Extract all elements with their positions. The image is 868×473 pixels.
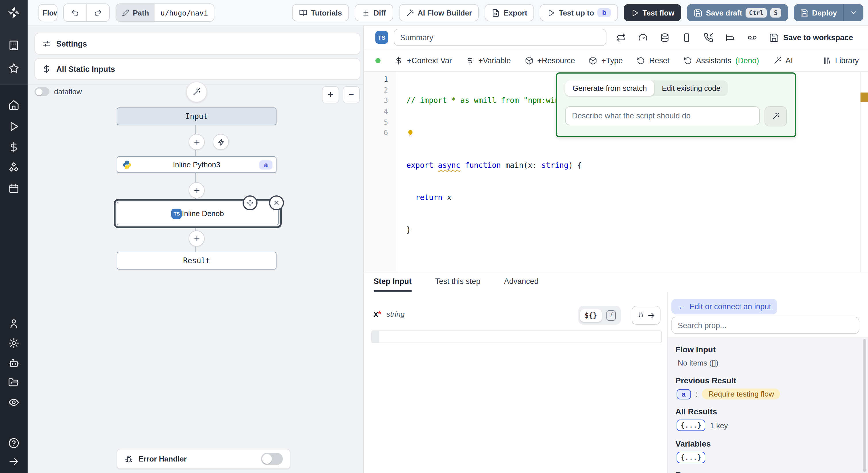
sleep-bed-icon[interactable] [726, 32, 736, 42]
repeat-retries-icon[interactable] [617, 32, 626, 42]
arrow-right-icon [647, 311, 655, 319]
error-handler-toggle[interactable] [261, 453, 283, 465]
move-icon [247, 199, 253, 206]
error-handler-row[interactable]: Error Handler [117, 449, 290, 469]
insert-step-button[interactable] [189, 182, 205, 198]
zoom-in-button[interactable]: + [322, 86, 339, 103]
wand-sparkles-icon [773, 56, 781, 65]
insert-trigger-button[interactable] [213, 134, 229, 150]
function-mode-button[interactable]: f [603, 310, 619, 320]
lightbulb-icon[interactable] [406, 129, 414, 137]
folders-folder-icon[interactable] [8, 377, 20, 388]
help-question-icon[interactable] [8, 437, 20, 449]
diff-button[interactable]: Diff [355, 4, 393, 21]
previous-result-key-badge[interactable]: a [677, 389, 691, 399]
add-resource-button[interactable]: +Resource [525, 56, 575, 65]
ai-prompt-input[interactable] [565, 106, 760, 125]
top-toolbar: Flow Path u/hugo/navi Tutorials Diff AI … [28, 0, 868, 26]
node-result[interactable]: Result [117, 252, 277, 270]
flow-button[interactable]: Flow [38, 4, 58, 21]
tab-generate-from-scratch[interactable]: Generate from scratch [565, 81, 654, 96]
connect-input-button[interactable] [632, 306, 660, 325]
wand-sparkles-icon [771, 112, 780, 121]
variables-row: {...} [677, 452, 705, 463]
deploy-dropdown-button[interactable] [843, 4, 863, 21]
graph-ai-wand-button[interactable] [186, 82, 207, 102]
add-variable-button[interactable]: +Variable [466, 56, 511, 65]
export-button[interactable]: Export [485, 4, 534, 21]
package-icon [589, 56, 597, 65]
dataflow-toggle[interactable] [34, 87, 50, 96]
gauge-concurrency-icon[interactable] [638, 32, 648, 42]
previous-result-row: a : Require testing flow [677, 388, 780, 400]
save-to-workspace-button[interactable]: Save to workspace [769, 32, 853, 42]
insert-step-button[interactable] [189, 230, 205, 247]
database-cache-icon[interactable] [660, 32, 670, 42]
plus-icon [193, 138, 200, 146]
field-value-input[interactable] [371, 330, 662, 343]
editor-header-icons: Save to workspace [617, 32, 853, 42]
tutorials-button[interactable]: Tutorials [292, 4, 349, 21]
insert-step-button[interactable] [189, 134, 205, 150]
kbd-s: S [771, 8, 781, 17]
ai-generate-button[interactable] [765, 106, 787, 126]
summary-input[interactable] [394, 29, 607, 46]
expand-arrow-right-icon[interactable] [8, 456, 20, 467]
redo-button[interactable] [86, 4, 109, 21]
audit-eye-icon[interactable] [8, 397, 20, 408]
test-up-to-button[interactable]: Test up tob [540, 4, 618, 21]
test-flow-button[interactable]: Test flow [624, 4, 681, 21]
settings-gear-icon[interactable] [8, 337, 20, 349]
flow-button-label: Flow [42, 8, 58, 17]
delete-node-button[interactable] [269, 195, 284, 210]
ai-button[interactable]: AI [773, 56, 793, 65]
code-editor[interactable]: 123456 // import * as wmill from "npm:wi… [364, 72, 868, 272]
deploy-split-button: Deploy [794, 4, 863, 21]
edit-or-connect-button[interactable]: ←Edit or connect an input [672, 299, 777, 314]
schedules-calendar-icon[interactable] [8, 183, 20, 194]
pencil-icon [122, 9, 129, 17]
home-icon[interactable] [8, 99, 20, 111]
add-context-var-button[interactable]: +Context Var [394, 56, 452, 65]
tab-test-this-step[interactable]: Test this step [435, 273, 480, 292]
flow-settings-button[interactable]: Settings [34, 33, 361, 55]
assistants-button[interactable]: Assistants(Deno) [683, 56, 759, 65]
timeout-rectangle-icon[interactable] [682, 32, 692, 42]
library-button[interactable]: Library [822, 56, 859, 65]
windmill-logo-icon[interactable] [6, 5, 21, 20]
test-up-to-step-badge: b [597, 8, 611, 17]
resources-boxes-icon[interactable] [8, 162, 20, 174]
previous-result-section-title: Previous Result [676, 376, 736, 385]
move-node-button[interactable] [243, 195, 257, 210]
voicemail-icon[interactable] [748, 32, 757, 42]
favorites-star-icon[interactable] [8, 63, 20, 74]
path-chip[interactable]: Path u/hugo/navi [116, 3, 214, 22]
variables-dollar-icon[interactable] [8, 141, 20, 153]
add-type-button[interactable]: +Type [589, 56, 623, 65]
workers-robot-icon[interactable] [8, 357, 20, 369]
workspace-building-icon[interactable] [8, 40, 20, 51]
ai-flow-builder-button[interactable]: AI Flow Builder [399, 4, 479, 21]
prop-list-scrollbar[interactable] [863, 339, 866, 472]
node-inline-python[interactable]: Inline Python3 a [117, 156, 277, 173]
users-person-icon[interactable] [8, 318, 20, 329]
all-results-section-title: All Results [676, 407, 717, 416]
runs-play-icon[interactable] [8, 121, 20, 132]
search-prop-input[interactable] [672, 317, 859, 334]
deploy-button[interactable]: Deploy [794, 4, 843, 21]
save-draft-button[interactable]: Save draftCtrlS [687, 4, 788, 21]
phone-incoming-icon[interactable] [704, 32, 714, 42]
object-expand-badge[interactable]: {...} [677, 419, 705, 431]
diff-icon [362, 8, 370, 17]
expression-mode-button[interactable]: ${} [580, 309, 601, 321]
editor-action-row: +Context Var +Variable +Resource +Type R… [364, 50, 868, 72]
all-static-inputs-button[interactable]: All Static Inputs [34, 58, 361, 80]
zoom-out-button[interactable]: − [343, 86, 360, 103]
undo-button[interactable] [64, 4, 86, 21]
tab-advanced[interactable]: Advanced [504, 273, 538, 292]
object-expand-badge[interactable]: {...} [677, 452, 705, 463]
node-input[interactable]: Input [117, 107, 277, 125]
tab-step-input[interactable]: Step Input [374, 273, 411, 292]
tab-edit-existing-code[interactable]: Edit existing code [654, 81, 728, 96]
reset-button[interactable]: Reset [637, 56, 670, 65]
